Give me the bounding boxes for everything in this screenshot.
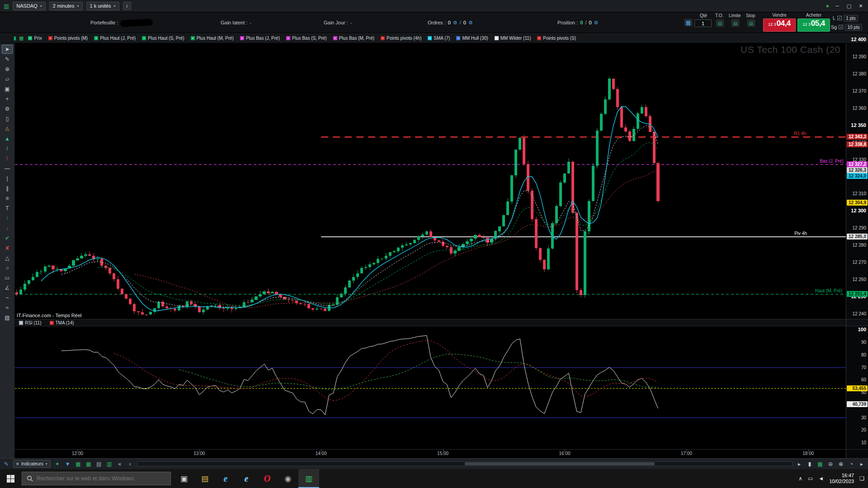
history-clock-icon[interactable]: ◔ — [848, 461, 855, 467]
taskbar-search[interactable] — [22, 472, 171, 485]
buy-button[interactable]: 12 3 05,4 — [797, 19, 830, 32]
legend-item[interactable]: ✕MM Hull (30) — [454, 35, 490, 42]
rsi-axis[interactable]: 10090807060504030201053,45540,739 — [846, 326, 868, 449]
tray-expand[interactable]: ∧ — [798, 475, 802, 482]
time-axis[interactable]: 12:0013:0014:0015:0016:0017:0018:00 — [15, 449, 846, 458]
legend-item[interactable]: ✕SMA (7) — [426, 35, 452, 42]
symbol-dropdown[interactable]: NASDAQ ▾ — [13, 2, 45, 10]
legend-item[interactable]: ✕Plus Bas (M, Pré) — [331, 35, 376, 42]
ellipse-tool[interactable]: ○ — [2, 263, 13, 272]
paint-tool[interactable]: ▨ — [2, 313, 13, 322]
scrollbar-thumb[interactable] — [465, 462, 655, 465]
pyramid-tool[interactable]: ▲ — [2, 134, 13, 143]
arrow-up-tool[interactable]: ↑ — [2, 214, 13, 223]
legend-item[interactable]: ✕Prix — [26, 35, 43, 42]
units-dropdown[interactable]: 1 k unités ▾ — [86, 2, 119, 10]
edge-browser-taskbar-button[interactable]: e — [215, 469, 236, 488]
wave-tool[interactable]: ~ — [2, 293, 13, 302]
angle-tool[interactable]: ∠ — [2, 283, 13, 292]
start-button[interactable] — [0, 469, 21, 488]
rsi-legend-item[interactable]: ✕RSI (11) — [17, 319, 43, 326]
ie-browser-taskbar-button[interactable]: e — [236, 469, 257, 488]
legend-item[interactable]: ✕Plus Haut (M, Pré) — [189, 35, 236, 42]
rsi-panel[interactable] — [15, 326, 846, 449]
timeframe-dropdown[interactable]: 2 minutes ▾ — [49, 2, 83, 10]
text-tool[interactable]: T — [2, 204, 13, 213]
cross-tool[interactable]: ✘ — [2, 244, 13, 253]
orders-gear-icon[interactable]: ⚙ — [453, 20, 458, 26]
order-book-icon[interactable]: ▦ — [684, 19, 692, 26]
horizontal-line-tool[interactable]: — — [2, 164, 13, 173]
opera-browser-taskbar-button[interactable]: O — [257, 469, 278, 488]
crosshair-tool[interactable]: + — [2, 94, 13, 103]
legend-item[interactable]: ✕Points pivots (S) — [535, 35, 578, 42]
quantity-input[interactable] — [694, 19, 712, 27]
chart-scrollbar[interactable] — [137, 461, 793, 466]
fibonacci-tool[interactable]: ≡ — [2, 194, 13, 203]
grid-small-icon[interactable]: ▦ — [816, 461, 824, 467]
notification-center-icon[interactable]: ❏ — [859, 475, 864, 482]
legend-item[interactable]: ✕MM Wilder (11) — [493, 35, 533, 42]
parallel-channel-tool[interactable]: ∥ — [2, 184, 13, 193]
check-tool[interactable]: ✔ — [2, 234, 13, 243]
arrow-down-tool[interactable]: ↓ — [2, 224, 13, 233]
grid-mini-icon[interactable]: ▦ — [19, 35, 24, 41]
expand-right-icon[interactable]: ▸ — [858, 461, 865, 467]
eraser-tool[interactable]: ▱ — [2, 75, 13, 84]
zoom-out-icon[interactable]: ⊖ — [827, 461, 834, 467]
sg-pts-value[interactable]: 10 pts — [845, 24, 862, 31]
alert-tool[interactable]: ⚠ — [2, 124, 13, 133]
candles-mini-icon[interactable]: ▮ — [14, 35, 16, 41]
green-mode-icon[interactable]: ● — [826, 3, 829, 9]
minimize-button[interactable]: ─ — [834, 3, 841, 9]
grid-view-2-icon[interactable]: ▦ — [85, 461, 92, 467]
vertical-line-tool[interactable]: | — [2, 174, 13, 183]
table-view-icon[interactable]: ▤ — [95, 461, 103, 467]
maximize-button[interactable]: ▢ — [845, 3, 853, 9]
legend-item[interactable]: ✕Plus Haut (J, Pré) — [92, 35, 137, 42]
main-chart-area[interactable]: R1 4hBas (J, Pré)Piv 4hHaut (M, Pré) US … — [15, 43, 846, 319]
scroll-left-fast-icon[interactable]: « — [116, 461, 123, 467]
settings-wrench-tool[interactable]: ⚙ — [2, 104, 13, 113]
task-view-taskbar-button[interactable]: ▣ — [174, 469, 194, 488]
zigzag-tool[interactable]: ≈ — [2, 303, 13, 312]
search-input[interactable] — [37, 475, 166, 482]
main-chart-svg[interactable]: R1 4hBas (J, Pré)Piv 4hHaut (M, Pré) — [15, 43, 846, 319]
share-icon[interactable]: ✦ — [54, 461, 61, 467]
rsi-legend-item[interactable]: ✕TMA (14) — [48, 319, 76, 326]
rsi-chart-svg[interactable] — [15, 326, 846, 449]
position-gear-icon[interactable]: ⚙ — [594, 20, 599, 26]
trendline-up-tool[interactable]: / — [2, 144, 13, 153]
sell-button[interactable]: 12 3 04,4 — [763, 19, 796, 32]
volume-icon[interactable]: ◄ — [818, 475, 824, 482]
indicateurs-dropdown[interactable]: ≡ Indicateurs ▾ — [13, 460, 51, 468]
stop-order-icon[interactable]: ▤ — [747, 19, 755, 27]
copy-tool[interactable]: ▣ — [2, 84, 13, 94]
legend-item[interactable]: ✕Plus Bas (J, Pré) — [238, 35, 282, 42]
to-order-icon[interactable]: ▤ — [716, 19, 724, 27]
l-checkbox[interactable]: ✓ — [837, 16, 842, 20]
zoom-tool[interactable]: ⊕ — [2, 65, 13, 74]
legend-item[interactable]: ✕Points pivots (4h) — [379, 35, 423, 42]
pencil-tool[interactable]: ✎ — [2, 55, 13, 64]
close-button[interactable]: ✕ — [857, 3, 864, 9]
trendline-down-tool[interactable]: \ — [2, 154, 13, 163]
orders-gear-icon-2[interactable]: ⚙ — [468, 20, 473, 26]
screen-recorder-taskbar-button[interactable]: ◉ — [278, 469, 298, 488]
legend-item[interactable]: ✕Points pivots (M) — [47, 35, 90, 42]
limit-order-icon[interactable]: ▤ — [731, 19, 739, 27]
sg-checkbox[interactable]: ✓ — [839, 25, 843, 29]
display-icon[interactable]: ▭ — [808, 475, 813, 482]
pointer-tool[interactable]: ➤ — [2, 45, 13, 54]
grid-view-1-icon[interactable]: ▦ — [75, 461, 82, 467]
trading-app-taskbar-button[interactable]: ▥ — [298, 469, 319, 488]
rectangle-tool[interactable]: ▭ — [2, 273, 13, 282]
info-button[interactable]: i — [123, 2, 131, 10]
scroll-right-icon[interactable]: ▸ — [796, 461, 803, 467]
trash-tool[interactable]: ▯ — [2, 114, 13, 123]
l-pts-value[interactable]: 1 pts — [844, 15, 858, 22]
legend-item[interactable]: ✕Plus Bas (S, Pré) — [284, 35, 329, 42]
scroll-left-icon[interactable]: ‹ — [127, 461, 134, 467]
download-icon[interactable]: ▼ — [64, 461, 71, 467]
chart-view-icon[interactable]: ▥ — [106, 461, 113, 467]
